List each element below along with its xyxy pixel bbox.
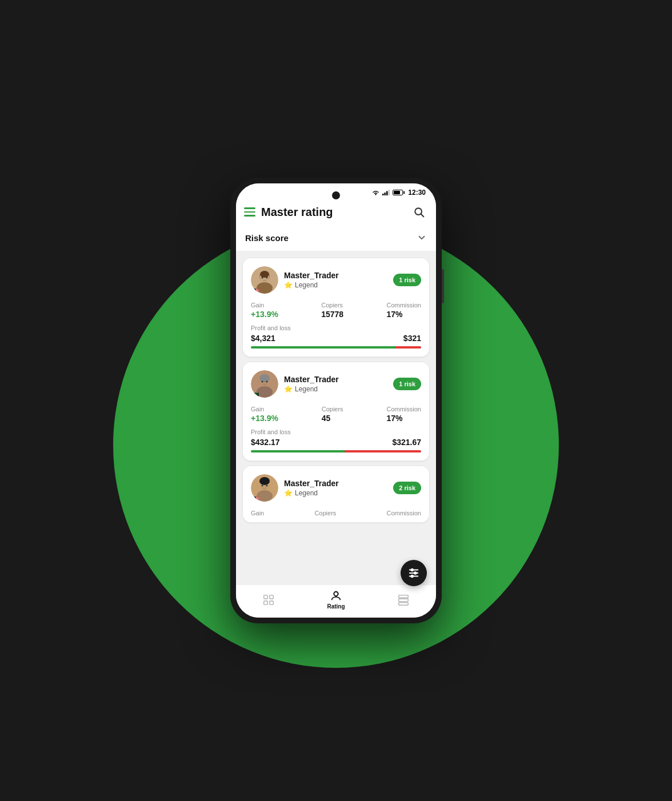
svg-rect-3	[386, 191, 388, 196]
copiers-value: 15778	[321, 310, 343, 319]
search-button[interactable]	[411, 204, 427, 220]
avatar: 🇵🇰	[251, 370, 278, 398]
pnl-left: $432.17	[251, 438, 280, 447]
svg-line-6	[421, 214, 424, 217]
svg-point-16	[259, 374, 270, 382]
gain-label: Gain	[251, 302, 278, 309]
pnl-right: $321.67	[392, 438, 421, 447]
gain-label: Gain	[251, 510, 264, 516]
rank-star-icon: ⭐	[284, 281, 293, 289]
svg-rect-40	[399, 602, 409, 605]
filter-label: Risk score	[245, 233, 289, 243]
status-time: 12:30	[408, 189, 426, 197]
trader-card[interactable]: 🇲🇾 Master_Trader ⭐ Legend 2 risk	[243, 466, 429, 522]
svg-rect-34	[264, 600, 267, 604]
svg-point-17	[262, 381, 263, 383]
list-icon	[397, 594, 410, 606]
gain-label: Gain	[251, 406, 278, 412]
commission-value: 17%	[386, 310, 421, 319]
battery-icon	[393, 190, 403, 195]
rank-label: Legend	[295, 489, 318, 497]
chevron-down-icon	[417, 233, 427, 243]
filter-bar[interactable]: Risk score	[236, 225, 436, 251]
svg-rect-2	[385, 193, 386, 195]
pnl-bar	[251, 450, 421, 452]
svg-point-12	[262, 277, 263, 279]
risk-badge: 1 risk	[393, 378, 421, 390]
flag-badge: 🇲🇾	[251, 495, 260, 502]
flag-badge: 🇲🇾	[251, 287, 260, 294]
copiers-value: 45	[322, 414, 343, 423]
svg-point-11	[260, 271, 269, 278]
pnl-label: Profit and loss	[251, 428, 421, 435]
pnl-bar	[251, 346, 421, 349]
signal-icon	[382, 190, 390, 195]
rank-star-icon: ⭐	[284, 385, 293, 393]
gain-value: +13.9%	[251, 414, 278, 423]
svg-point-0	[375, 194, 377, 195]
rank-label: Legend	[295, 385, 318, 393]
svg-rect-39	[399, 599, 409, 602]
pnl-right: $321	[403, 334, 421, 343]
risk-badge: 1 risk	[393, 274, 421, 286]
rating-icon	[330, 590, 342, 602]
rank-label: Legend	[295, 281, 318, 289]
wifi-icon	[372, 190, 379, 195]
sliders-icon	[407, 567, 420, 579]
svg-point-13	[266, 277, 268, 279]
svg-point-31	[411, 575, 413, 578]
commission-label: Commission	[386, 510, 421, 516]
svg-rect-35	[270, 600, 273, 604]
app-header: Master rating	[236, 199, 436, 225]
commission-label: Commission	[386, 406, 421, 412]
camera-notch	[332, 191, 340, 199]
trader-name: Master_Trader	[284, 271, 387, 280]
filter-fab-button[interactable]	[401, 560, 427, 586]
page-title: Master rating	[261, 206, 333, 219]
trader-card[interactable]: 🇵🇰 Master_Trader ⭐ Legend 1 risk	[243, 362, 429, 460]
trader-name: Master_Trader	[284, 479, 387, 488]
svg-rect-1	[382, 194, 384, 195]
pnl-left: $4,321	[251, 334, 275, 343]
svg-rect-32	[264, 595, 267, 598]
trader-card[interactable]: 🇲🇾 Master_Trader ⭐ Legend 1 risk	[243, 258, 429, 357]
svg-point-18	[266, 381, 268, 383]
menu-button[interactable]	[244, 207, 255, 217]
nav-item-grid[interactable]	[262, 594, 275, 606]
svg-point-22	[259, 477, 270, 485]
flag-badge: 🇵🇰	[251, 391, 260, 398]
avatar: 🇲🇾	[251, 266, 278, 294]
commission-label: Commission	[386, 302, 421, 309]
gain-value: +13.9%	[251, 310, 278, 319]
svg-point-37	[334, 592, 338, 596]
svg-point-24	[266, 485, 268, 487]
copiers-label: Copiers	[314, 510, 336, 516]
search-icon	[413, 206, 425, 218]
nav-label-rating: Rating	[327, 603, 345, 610]
svg-rect-33	[270, 595, 273, 598]
svg-rect-4	[389, 190, 390, 195]
avatar: 🇲🇾	[251, 474, 278, 502]
pnl-label: Profit and loss	[251, 325, 421, 331]
copiers-label: Copiers	[322, 406, 343, 412]
risk-badge: 2 risk	[393, 482, 421, 494]
bottom-navigation: Rating	[236, 584, 436, 618]
nav-item-list[interactable]	[397, 594, 410, 606]
trader-name: Master_Trader	[284, 375, 387, 384]
svg-point-23	[262, 485, 263, 487]
phone-screen: 12:30 Master rating	[236, 183, 436, 618]
svg-point-29	[411, 569, 413, 571]
commission-value: 17%	[386, 414, 421, 423]
nav-item-rating[interactable]: Rating	[327, 590, 345, 610]
grid-icon	[262, 594, 275, 606]
svg-point-30	[414, 572, 417, 574]
svg-rect-38	[399, 595, 409, 598]
copiers-label: Copiers	[321, 302, 343, 309]
rank-star-icon: ⭐	[284, 489, 293, 497]
side-button	[442, 269, 444, 303]
phone-device: 12:30 Master rating	[230, 178, 442, 623]
